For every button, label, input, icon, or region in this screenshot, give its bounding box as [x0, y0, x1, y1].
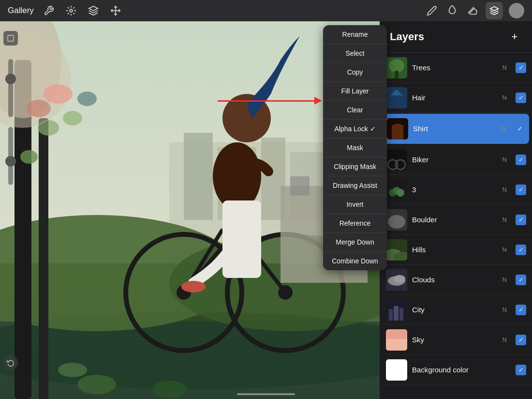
layer-visibility-checkbox[interactable]: [516, 62, 526, 73]
layer-visibility-checkbox[interactable]: [516, 92, 526, 103]
layer-blend-mode[interactable]: N: [502, 336, 507, 343]
layer-visibility-checkbox[interactable]: [516, 275, 526, 285]
svg-point-22: [44, 84, 73, 104]
layer-blend-mode[interactable]: N: [502, 94, 507, 101]
layer-blend-mode[interactable]: N: [502, 186, 507, 193]
context-menu-item[interactable]: Reference: [323, 214, 387, 233]
svg-point-26: [20, 150, 38, 164]
layer-item[interactable]: HillsN: [380, 235, 532, 265]
layer-blend-mode[interactable]: N: [502, 306, 507, 313]
layer-item[interactable]: CityN: [380, 295, 532, 325]
context-menu-item[interactable]: Copy: [323, 63, 387, 82]
layer-item[interactable]: Background color: [380, 355, 532, 385]
opacity-thumb[interactable]: [5, 156, 16, 167]
left-sidebar: [0, 21, 21, 399]
context-menu-item[interactable]: Drawing Assist: [323, 176, 387, 195]
svg-rect-49: [395, 71, 399, 78]
context-menu-item[interactable]: Rename: [323, 25, 387, 44]
avatar[interactable]: [509, 3, 524, 18]
layer-name: Hair: [412, 93, 498, 102]
gallery-button[interactable]: Gallery: [8, 6, 34, 15]
layer-thumbnail: [386, 209, 407, 230]
layer-visibility-checkbox[interactable]: [515, 123, 525, 134]
svg-rect-38: [222, 200, 261, 278]
layer-name: Boulder: [412, 215, 498, 224]
svg-point-66: [394, 275, 405, 283]
layer-name: 3: [412, 185, 498, 194]
layer-name: Clouds: [412, 276, 498, 284]
context-menu-item[interactable]: Fill Layer: [323, 82, 387, 101]
pencil-icon[interactable]: [425, 3, 439, 18]
svg-point-0: [70, 9, 73, 12]
layer-name: City: [412, 306, 498, 314]
layer-visibility-checkbox[interactable]: [516, 184, 526, 195]
layer-visibility-checkbox[interactable]: [516, 335, 526, 345]
layer-item[interactable]: BoulderN: [380, 205, 532, 235]
layer-item[interactable]: TreesN: [380, 53, 532, 83]
opacity-slider[interactable]: [8, 127, 13, 185]
context-menu-item[interactable]: Select: [323, 44, 387, 63]
layer-thumbnail: [386, 239, 407, 261]
context-menu-item[interactable]: Clear: [323, 101, 387, 120]
layer-item[interactable]: BikerN: [380, 145, 532, 175]
layer-name: Biker: [412, 155, 498, 164]
svg-rect-19: [39, 118, 48, 399]
layer-visibility-checkbox[interactable]: [516, 215, 526, 225]
layer-item[interactable]: CloudsN: [380, 265, 532, 295]
layers-icon[interactable]: [486, 2, 503, 19]
layer-item[interactable]: HairN: [380, 83, 532, 113]
context-menu-item[interactable]: Clipping Mask: [323, 157, 387, 176]
add-layer-button[interactable]: +: [507, 29, 522, 45]
context-menu-item[interactable]: Invert: [323, 195, 387, 214]
layer-visibility-checkbox[interactable]: [516, 245, 526, 255]
svg-point-27: [77, 92, 97, 106]
layer-blend-mode[interactable]: N: [502, 125, 506, 132]
context-menu-item[interactable]: Alpha Lock ✓: [323, 120, 387, 138]
layer-thumbnail: [386, 269, 407, 291]
svg-rect-46: [8, 35, 14, 41]
layer-visibility-checkbox[interactable]: [516, 305, 526, 315]
eraser-icon[interactable]: [465, 3, 480, 18]
layer-blend-mode[interactable]: N: [502, 246, 507, 253]
context-menu-item[interactable]: Mask: [323, 138, 387, 157]
undo-button[interactable]: [3, 355, 18, 370]
svg-rect-68: [389, 309, 393, 321]
red-arrow-indicator: [218, 97, 322, 105]
context-menu-item[interactable]: Merge Down: [323, 233, 387, 252]
brush-size-slider[interactable]: [8, 59, 13, 117]
svg-rect-69: [394, 306, 399, 321]
layers-header: Layers +: [380, 21, 532, 53]
layer-thumbnail: [386, 87, 407, 108]
ink-icon[interactable]: [445, 3, 459, 18]
layer-blend-mode[interactable]: N: [502, 216, 507, 223]
svg-point-24: [63, 111, 82, 125]
layer-blend-mode[interactable]: N: [502, 64, 507, 71]
svg-point-60: [388, 215, 405, 229]
brush-size-thumb[interactable]: [5, 74, 16, 84]
context-menu-item[interactable]: Combine Down: [323, 252, 387, 270]
transform-icon[interactable]: [108, 3, 123, 18]
layer-item[interactable]: ShirtN: [383, 114, 529, 144]
layers-list: TreesNHairNShirtNBikerN3NBoulderNHillsNC…: [380, 53, 532, 399]
arrow-line: [218, 100, 314, 102]
layer-visibility-checkbox[interactable]: [516, 154, 526, 165]
selection-icon[interactable]: [86, 3, 101, 18]
layer-name: Background color: [412, 366, 502, 374]
svg-rect-73: [386, 359, 407, 381]
adjust-icon[interactable]: [64, 3, 78, 18]
layer-item[interactable]: SkyN: [380, 325, 532, 355]
svg-point-43: [152, 381, 186, 398]
layer-thumbnail: [386, 179, 407, 200]
svg-point-48: [389, 59, 404, 73]
svg-point-25: [38, 120, 59, 136]
layer-visibility-checkbox[interactable]: [516, 365, 526, 375]
wrench-icon[interactable]: [42, 3, 56, 18]
layer-thumbnail: [386, 299, 407, 321]
layer-item[interactable]: 3N: [380, 175, 532, 205]
layers-title: Layers: [390, 31, 424, 43]
layer-blend-mode[interactable]: N: [502, 156, 507, 163]
layer-blend-mode[interactable]: N: [502, 276, 507, 283]
modify-tool[interactable]: [3, 31, 18, 46]
top-bar-left: Gallery: [8, 3, 123, 18]
layer-name: Shirt: [413, 124, 497, 133]
